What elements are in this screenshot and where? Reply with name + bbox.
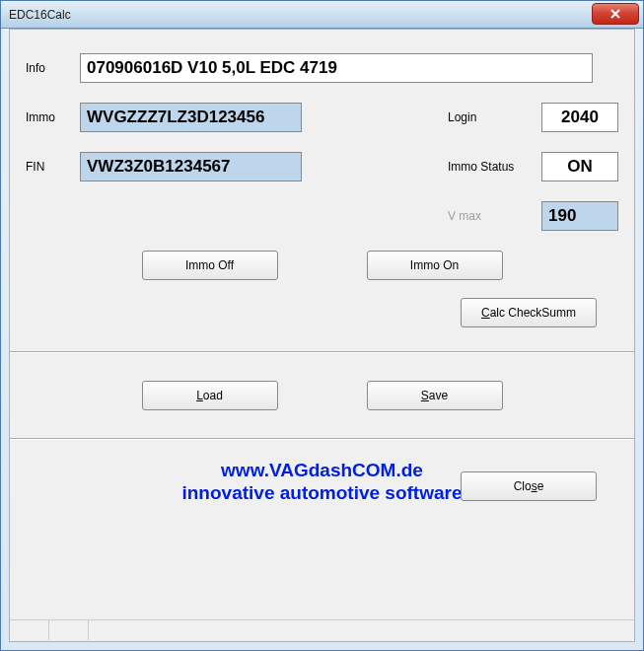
vmax-field[interactable]: 190: [541, 201, 618, 231]
panel-file: Load Save: [10, 353, 634, 440]
close-icon: [609, 8, 621, 20]
fin-label: FIN: [26, 160, 80, 174]
info-field[interactable]: 070906016D V10 5,0L EDC 4719: [80, 53, 593, 83]
tab-1[interactable]: [10, 620, 49, 640]
panel-main: Info 070906016D V10 5,0L EDC 4719 Immo W…: [10, 30, 634, 353]
vmax-label: V max: [448, 209, 541, 223]
calc-checksum-button[interactable]: Calc CheckSumm: [461, 298, 597, 327]
login-label: Login: [448, 110, 541, 124]
immo-field[interactable]: WVGZZZ7LZ3D123456: [80, 103, 302, 132]
panel-footer: www.VAGdashCOM.de innovative automotive …: [10, 440, 634, 515]
close-button[interactable]: Close: [461, 471, 597, 501]
immo-label: Immo: [26, 110, 80, 124]
save-button[interactable]: Save: [367, 381, 503, 410]
app-window: EDC16Calc Info 070906016D V10 5,0L EDC 4…: [0, 0, 644, 651]
window-title: EDC16Calc: [5, 8, 71, 22]
titlebar[interactable]: EDC16Calc: [1, 1, 643, 29]
login-field[interactable]: 2040: [541, 103, 618, 132]
bottom-tabstrip: [10, 619, 634, 641]
immostatus-field[interactable]: ON: [541, 152, 618, 181]
load-button[interactable]: Load: [142, 381, 278, 410]
window-close-button[interactable]: [592, 3, 639, 25]
tab-2[interactable]: [49, 620, 89, 640]
immostatus-label: Immo Status: [448, 160, 541, 174]
info-label: Info: [26, 61, 80, 75]
client-area: Info 070906016D V10 5,0L EDC 4719 Immo W…: [9, 29, 635, 642]
immo-on-button[interactable]: Immo On: [367, 251, 503, 280]
fin-field[interactable]: VWZ3Z0B1234567: [80, 152, 302, 181]
immo-off-button[interactable]: Immo Off: [142, 251, 278, 280]
